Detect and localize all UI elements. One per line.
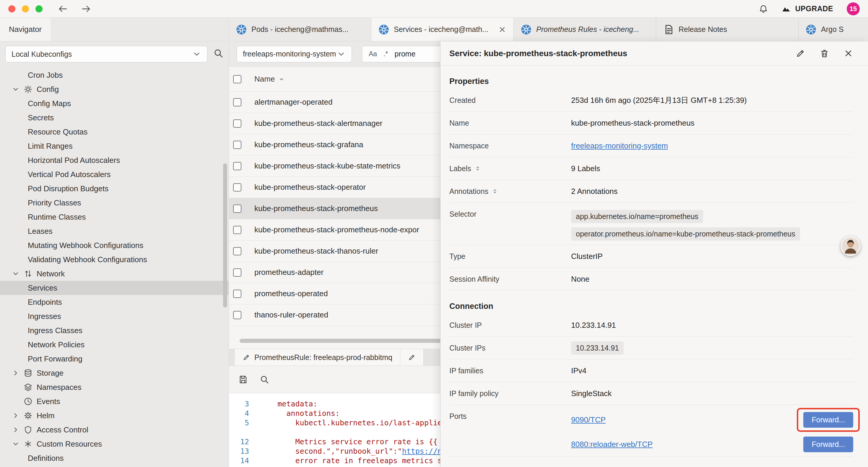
sidebar-item-namespaces[interactable]: Namespaces (0, 380, 229, 394)
sidebar-item-endpoints[interactable]: Endpoints (0, 295, 229, 309)
sidebar-item-horizontal-pod-autoscalers[interactable]: Horizontal Pod Autoscalers (0, 153, 229, 167)
back-arrow-icon[interactable] (58, 4, 68, 14)
window-maximize-button[interactable] (35, 5, 42, 12)
row-checkbox[interactable] (233, 98, 241, 107)
selector-badge: app.kubernetes.io/name=prometheus (571, 210, 703, 223)
row-checkbox[interactable] (233, 247, 241, 255)
detail-row-labels: Labels 9 Labels (450, 157, 853, 180)
sidebar-item-leases[interactable]: Leases (0, 224, 229, 238)
tab-argo[interactable]: Argo S (799, 18, 868, 41)
sidebar-item-ingress-classes[interactable]: Ingress Classes (0, 323, 229, 338)
chevron-right-icon[interactable] (12, 426, 20, 434)
chevron-down-icon[interactable] (12, 440, 20, 448)
tab-services[interactable]: Services - icecheng@math... (371, 18, 514, 41)
sidebar-item-runtime-classes[interactable]: Runtime Classes (0, 210, 229, 224)
window-close-button[interactable] (8, 5, 16, 12)
sort-ascending-icon[interactable] (278, 76, 285, 83)
namespace-select[interactable]: freeleaps-monitoring-system (237, 46, 352, 62)
window-titlebar: UPGRADE 15 (0, 0, 868, 18)
match-case-toggle[interactable]: Aa (369, 50, 377, 58)
search-icon[interactable] (260, 375, 269, 384)
notification-count-badge[interactable]: 15 (847, 2, 860, 16)
regex-toggle[interactable]: .* (383, 50, 388, 58)
row-checkbox[interactable] (233, 162, 241, 170)
tab-prometheus-rules[interactable]: Prometheus Rules - icecheng... (514, 18, 656, 41)
sidebar-scrollbar[interactable] (223, 164, 227, 308)
detail-row-cluster-ip: Cluster IP 10.233.14.91 (450, 314, 853, 337)
sidebar-item-ingresses[interactable]: Ingresses (0, 309, 229, 323)
sidebar-item-port-forwarding[interactable]: Port Forwarding (0, 352, 229, 366)
navigator-tab[interactable]: Navigator (0, 18, 51, 41)
dock-tab-next[interactable] (400, 349, 424, 366)
chevron-right-icon[interactable] (12, 369, 20, 377)
save-icon[interactable] (239, 375, 248, 384)
row-checkbox[interactable] (233, 290, 241, 298)
port-link-9090[interactable]: 9090/TCP (571, 415, 606, 425)
row-checkbox[interactable] (233, 141, 241, 149)
sidebar-item-resource-quotas[interactable]: Resource Quotas (0, 125, 229, 139)
row-checkbox[interactable] (233, 226, 241, 234)
sidebar-item-cron-jobs[interactable]: Cron Jobs (0, 68, 229, 82)
sidebar-item-helm[interactable]: Helm (0, 408, 229, 423)
sidebar-item-mutating-webhook-configurations[interactable]: Mutating Webhook Configurations (0, 238, 229, 253)
navigator-title: Navigator (9, 25, 42, 34)
window-minimize-button[interactable] (22, 5, 29, 12)
forward-button[interactable]: Forward... (803, 412, 853, 428)
sidebar-item-network[interactable]: Network (0, 267, 229, 281)
tab-pods[interactable]: Pods - icecheng@mathmas... (229, 18, 371, 41)
sidebar-item-storage[interactable]: Storage (0, 366, 229, 380)
sidebar-item-definitions[interactable]: Definitions (0, 451, 229, 465)
sidebar-search-button[interactable] (213, 48, 223, 60)
chevron-down-icon[interactable] (12, 270, 20, 278)
sidebar-item-validating-webhook-configurations[interactable]: Validating Webhook Configurations (0, 253, 229, 267)
forward-arrow-icon[interactable] (81, 4, 91, 14)
dock-tab-prometheusrule[interactable]: PrometheusRule: freeleaps-prod-rabbitmq (235, 349, 400, 366)
sidebar-item-config-maps[interactable]: Config Maps (0, 96, 229, 111)
chevron-down-icon[interactable] (12, 85, 20, 93)
sidebar-item-limit-ranges[interactable]: Limit Ranges (0, 139, 229, 153)
sidebar-item-priority-classes[interactable]: Priority Classes (0, 196, 229, 210)
sidebar-item-vertical-pod-autoscalers[interactable]: Vertical Pod Autoscalers (0, 167, 229, 181)
row-checkbox[interactable] (233, 205, 241, 213)
sidebar-item-custom-resources[interactable]: Custom Resources (0, 437, 229, 451)
tab-release-notes[interactable]: Release Notes (656, 18, 799, 41)
user-avatar[interactable] (841, 236, 860, 256)
upgrade-button[interactable]: UPGRADE (781, 4, 833, 13)
service-details-drawer: Service: kube-prometheus-stack-prometheu… (440, 41, 868, 467)
row-checkbox[interactable] (233, 183, 241, 192)
titlebar-right: UPGRADE 15 (759, 2, 860, 16)
gear-icon (24, 85, 32, 94)
drawer-title: Service: kube-prometheus-stack-prometheu… (450, 49, 627, 58)
sidebar-item-network-policies[interactable]: Network Policies (0, 338, 229, 352)
row-checkbox[interactable] (233, 119, 241, 128)
row-checkbox[interactable] (233, 311, 241, 319)
row-checkbox[interactable] (233, 268, 241, 276)
notifications-bell-icon[interactable] (759, 4, 768, 13)
select-all-checkbox[interactable] (233, 75, 241, 83)
drawer-header: Service: kube-prometheus-stack-prometheu… (440, 41, 868, 66)
detail-row-session-affinity: Session Affinity None (450, 268, 853, 291)
sort-icon[interactable] (492, 188, 498, 194)
sidebar-item-secrets[interactable]: Secrets (0, 111, 229, 125)
namespace-link[interactable]: freeleaps-monitoring-system (571, 141, 668, 150)
close-icon[interactable] (498, 25, 506, 34)
navigator-sidebar: Local Kubeconfigs Cron Jobs Config Confi… (0, 41, 229, 467)
close-icon[interactable] (843, 49, 853, 58)
sidebar-item-services[interactable]: Services (0, 281, 229, 295)
sidebar-item-config[interactable]: Config (0, 82, 229, 96)
kubernetes-icon (806, 24, 816, 35)
sort-icon[interactable] (475, 166, 481, 171)
kubeconfig-select[interactable]: Local Kubeconfigs (5, 46, 208, 62)
upgrade-mountain-icon (781, 4, 791, 13)
port-link-8080-reloader-web[interactable]: 8080:reloader-web/TCP (571, 440, 653, 449)
forward-button[interactable]: Forward... (803, 437, 853, 452)
sidebar-item-events[interactable]: Events (0, 394, 229, 408)
chevron-right-icon[interactable] (12, 412, 20, 419)
arrows-up-down-icon (24, 269, 32, 278)
sidebar-item-access-control[interactable]: Access Control (0, 423, 229, 437)
edit-pencil-icon[interactable] (796, 49, 805, 58)
name-column-header[interactable]: Name (254, 75, 275, 84)
window-controls (8, 5, 42, 12)
delete-trash-icon[interactable] (819, 49, 829, 58)
sidebar-item-pod-disruption-budgets[interactable]: Pod Disruption Budgets (0, 181, 229, 196)
